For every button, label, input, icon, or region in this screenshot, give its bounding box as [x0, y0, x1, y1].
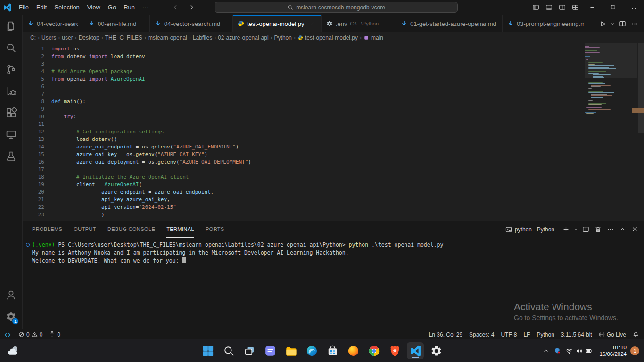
taskbar-firefox-button[interactable]: [345, 342, 362, 359]
tab-03-prompt-engineering-m[interactable]: 03-prompt-engineering.m: [503, 15, 589, 32]
taskbar-chat-button[interactable]: [262, 342, 279, 359]
activitybar-search[interactable]: [0, 37, 22, 58]
tab-01-get-started-azure-openai-md[interactable]: 01-get-started-azure-openai.md: [396, 15, 503, 32]
taskbar-settings-button[interactable]: [428, 342, 445, 359]
close-window-button[interactable]: [623, 0, 644, 15]
status-encoding[interactable]: UTF-8: [497, 329, 520, 339]
panel-tab-terminal[interactable]: TERMINAL: [166, 221, 194, 238]
activitybar-run-and-debug[interactable]: [0, 80, 22, 102]
scrollbar-thumb[interactable]: [638, 43, 644, 133]
taskbar-chrome-button[interactable]: [365, 342, 382, 359]
activitybar-source-control[interactable]: [0, 58, 22, 80]
navigate-forward-icon[interactable]: [185, 2, 198, 13]
activitybar-extensions[interactable]: [0, 102, 22, 123]
terminal-selector[interactable]: python - Python: [505, 226, 554, 233]
notification-badge[interactable]: 1: [630, 346, 639, 355]
taskbar-start-button[interactable]: [199, 342, 216, 359]
taskbar-edge-button[interactable]: [303, 342, 320, 359]
weather-widget-icon[interactable]: [7, 345, 19, 357]
notifications-bell[interactable]: [629, 329, 642, 339]
taskbar-vscode-button[interactable]: [407, 342, 424, 359]
close-tab-icon[interactable]: [308, 19, 316, 28]
breadcrumb-item-python[interactable]: Python: [274, 34, 292, 41]
split-editor-button[interactable]: [617, 18, 628, 29]
toggle-panel-icon[interactable]: [542, 2, 555, 13]
taskbar-file-explorer-button[interactable]: [282, 342, 299, 359]
editor-more-actions-icon[interactable]: [629, 18, 640, 29]
tab-env[interactable]: .envC:\...\Python: [322, 15, 396, 32]
maximize-panel-button[interactable]: [617, 224, 628, 235]
ports-indicator[interactable]: 0: [46, 329, 64, 339]
activitybar-manage[interactable]: 1: [0, 305, 22, 327]
menu-edit[interactable]: Edit: [33, 2, 50, 12]
toggle-sidebar-icon[interactable]: [529, 2, 542, 13]
clock[interactable]: 01:10 16/06/2024: [599, 344, 627, 357]
run-python-file-button[interactable]: [597, 18, 608, 29]
menu-file[interactable]: File: [15, 2, 33, 12]
terminal-dropdown-icon[interactable]: [572, 224, 579, 235]
editor[interactable]: 1import os2from dotenv import load_doten…: [23, 43, 644, 221]
close-panel-button[interactable]: [629, 224, 640, 235]
taskbar-search-button[interactable]: [220, 342, 237, 359]
taskbar-task-view-button[interactable]: [241, 342, 258, 359]
command-center-search[interactable]: mslearn-cosmosdb-mongodb-vcore: [215, 2, 458, 13]
activitybar-explorer[interactable]: [0, 15, 22, 37]
editor-scrollbar[interactable]: [637, 43, 644, 221]
breadcrumb-item-labfiles[interactable]: Labfiles: [193, 34, 212, 41]
breadcrumb-item-test-openai-model-py[interactable]: test-openai-model.py: [297, 34, 358, 41]
status-python-interpreter[interactable]: 3.11.5 64-bit: [558, 329, 595, 339]
breadcrumb-item-02-azure-openai-api[interactable]: 02-azure-openai-api: [218, 34, 268, 41]
breadcrumb-item-c[interactable]: C:: [30, 34, 36, 41]
breadcrumb-item-the-c-files[interactable]: THE_C_FILES: [105, 34, 142, 41]
quick-settings[interactable]: [563, 343, 595, 359]
taskbar-store-button[interactable]: [324, 342, 341, 359]
breadcrumb-item-users[interactable]: Users: [41, 34, 56, 41]
panel-tab-problems[interactable]: PROBLEMS: [32, 221, 62, 238]
status-language-mode[interactable]: Python: [533, 329, 557, 339]
status-indentation[interactable]: Spaces: 4: [466, 329, 497, 339]
breadcrumb-item-main[interactable]: main: [363, 34, 383, 41]
taskbar-brave-button[interactable]: [386, 342, 403, 359]
problems-indicator[interactable]: 00: [15, 329, 46, 339]
terminal[interactable]: (.venv) PS C:\Users\user\Desktop\THE_C_F…: [23, 238, 644, 329]
remote-indicator[interactable]: [0, 329, 15, 339]
run-dropdown-icon[interactable]: [609, 18, 616, 29]
tab-test-openai-model-py[interactable]: test-openai-model.py: [233, 15, 322, 32]
minimap[interactable]: [585, 43, 637, 221]
titlebar-actions: [529, 0, 644, 15]
toggle-secondary-sidebar-icon[interactable]: [555, 2, 569, 13]
status-eol[interactable]: LF: [520, 329, 533, 339]
breadcrumb-item-user[interactable]: user: [62, 34, 73, 41]
panel-tab-ports[interactable]: PORTS: [206, 221, 224, 238]
menu-run[interactable]: Run: [120, 2, 139, 12]
maximize-button[interactable]: [603, 0, 623, 15]
security-tray-icon[interactable]: [552, 343, 563, 358]
activitybar-testing[interactable]: [0, 145, 22, 167]
status-cursor-position[interactable]: Ln 36, Col 29: [426, 329, 466, 339]
tab-04-vector-search-md[interactable]: 04-vector-search.md: [150, 15, 233, 32]
tab-04-vector-search[interactable]: 04-vector-search: [23, 15, 83, 32]
new-terminal-button[interactable]: [560, 224, 571, 235]
symbol-icon: [363, 35, 369, 41]
menu-view[interactable]: View: [83, 2, 104, 12]
split-terminal-button[interactable]: [580, 224, 591, 235]
status-go-live[interactable]: Go Live: [595, 329, 629, 339]
menu-more[interactable]: ···: [139, 2, 152, 12]
line-number: 8: [23, 98, 44, 106]
minimize-button[interactable]: [582, 0, 603, 15]
menu-selection[interactable]: Selection: [50, 2, 83, 12]
activitybar-remote-explorer[interactable]: [0, 123, 22, 145]
tab-00-env-file-md[interactable]: 00-env-file.md: [83, 15, 150, 32]
customize-layout-icon[interactable]: [569, 2, 582, 13]
activitybar-accounts[interactable]: [0, 284, 22, 305]
panel-tab-debug-console[interactable]: DEBUG CONSOLE: [107, 221, 155, 238]
breadcrumb-item-mslearn-openai[interactable]: mslearn-openai: [148, 34, 187, 41]
menu-go[interactable]: Go: [104, 2, 120, 12]
navigate-back-icon[interactable]: [168, 2, 182, 13]
panel-tab-output[interactable]: OUTPUT: [74, 221, 96, 238]
breadcrumb-item-desktop[interactable]: Desktop: [79, 34, 99, 41]
breadcrumb-separator: ›: [101, 34, 103, 41]
terminal-more-actions-icon[interactable]: [604, 224, 616, 235]
tray-overflow-chevron-icon[interactable]: [540, 343, 552, 358]
kill-terminal-button[interactable]: [592, 224, 603, 235]
